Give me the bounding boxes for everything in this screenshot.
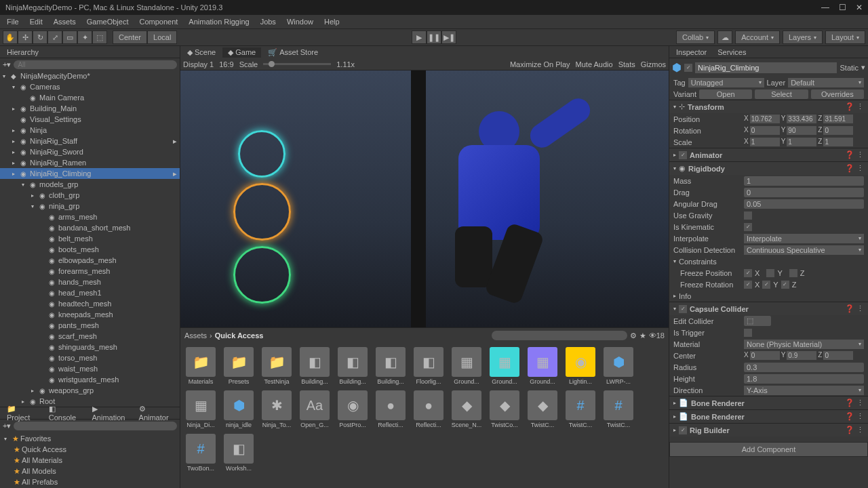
active-checkbox[interactable]: ✓ bbox=[684, 64, 692, 72]
menu-component[interactable]: Component bbox=[135, 16, 182, 27]
asset-item[interactable]: ◉PostPro... bbox=[336, 390, 369, 428]
project-search[interactable] bbox=[14, 422, 177, 430]
gravity-checkbox[interactable] bbox=[744, 211, 752, 220]
inspector-tab[interactable]: Inspector bbox=[672, 47, 711, 57]
hierarchy-item[interactable]: ◉elbowpads_mesh bbox=[0, 255, 180, 266]
hierarchy-item[interactable]: ◉Main Camera bbox=[0, 92, 180, 103]
asset-item[interactable]: ▦Ground... bbox=[526, 347, 559, 385]
asset-item[interactable]: ◆TwistCo... bbox=[488, 390, 521, 428]
transform-tool[interactable]: ✦ bbox=[77, 30, 92, 44]
asset-item[interactable]: ⬢LWRP-... bbox=[602, 347, 635, 385]
pivot-center[interactable]: Center bbox=[113, 30, 147, 44]
kinematic-checkbox[interactable]: ✓ bbox=[744, 223, 752, 231]
account-dropdown[interactable]: Account bbox=[735, 30, 780, 44]
create-dropdown[interactable]: +▾ bbox=[3, 60, 11, 69]
hierarchy-item[interactable]: ◉Visual_Settings bbox=[0, 114, 180, 125]
asset-item[interactable]: ▦Ground... bbox=[488, 347, 521, 385]
hierarchy-item[interactable]: ◉head_mesh1 bbox=[0, 287, 180, 298]
asset-item[interactable]: ◧Building... bbox=[374, 347, 407, 385]
project-item[interactable]: ★ Quick Access bbox=[1, 444, 178, 455]
asset-item[interactable]: ●Reflecti... bbox=[374, 390, 407, 428]
menu-help[interactable]: Help bbox=[320, 16, 344, 27]
hierarchy-item[interactable]: ▾◆NinjaMegacityDemo* bbox=[0, 70, 180, 81]
move-tool[interactable]: ✢ bbox=[18, 30, 33, 44]
pos-z[interactable] bbox=[823, 115, 853, 123]
menu-file[interactable]: File bbox=[3, 16, 23, 27]
add-component-button[interactable]: Add Component bbox=[669, 442, 868, 457]
asset-item[interactable]: #TwoBon... bbox=[184, 434, 217, 472]
asset-item[interactable]: 📁Presets bbox=[222, 347, 255, 385]
edit-collider-button[interactable]: ⬚ bbox=[744, 316, 771, 326]
hierarchy-item[interactable]: ▾◉ninja_grp bbox=[0, 201, 180, 211]
pause-button[interactable]: ❚❚ bbox=[427, 30, 441, 44]
menu-jobs[interactable]: Jobs bbox=[256, 16, 280, 27]
collab-dropdown[interactable]: Collab bbox=[676, 30, 715, 44]
custom-tool[interactable]: ⬚ bbox=[92, 30, 107, 44]
hierarchy-item[interactable]: ◉pants_mesh bbox=[0, 320, 180, 331]
aspect-dropdown[interactable]: 16:9 bbox=[219, 60, 233, 68]
project-item[interactable]: ★ All Prefabs bbox=[1, 476, 178, 487]
menu-gameobject[interactable]: GameObject bbox=[83, 16, 133, 27]
step-button[interactable]: ▶❚ bbox=[441, 30, 456, 44]
scene-tab[interactable]: ◆ Scene bbox=[182, 47, 221, 58]
asset-item[interactable]: ◉Lightin... bbox=[564, 347, 597, 385]
star-icon[interactable]: ★ bbox=[639, 331, 646, 340]
layout-dropdown[interactable]: Layout bbox=[825, 30, 865, 44]
overrides-dropdown[interactable]: Overrides bbox=[811, 89, 864, 99]
layers-dropdown[interactable]: Layers bbox=[783, 30, 823, 44]
collision-dropdown[interactable]: Continuous Speculative bbox=[744, 245, 864, 255]
hierarchy-item[interactable]: ▸◉NinjaRig_Climbing▸ bbox=[0, 168, 180, 179]
hierarchy-item[interactable]: ◉wristguards_mesh bbox=[0, 374, 180, 385]
layer-dropdown[interactable]: Default bbox=[788, 78, 864, 87]
maximize-icon[interactable]: ☐ bbox=[839, 3, 846, 12]
maximize-toggle[interactable]: Maximize On Play bbox=[510, 60, 570, 68]
hierarchy-item[interactable]: ◉kneepads_mesh bbox=[0, 309, 180, 320]
hierarchy-search[interactable] bbox=[14, 60, 177, 69]
asset-item[interactable]: ▦Ninja_Di... bbox=[184, 390, 217, 428]
hierarchy-item[interactable]: ▸◉weapons_grp bbox=[0, 385, 180, 396]
static-dropdown[interactable]: Static bbox=[840, 64, 859, 72]
display-dropdown[interactable]: Display 1 bbox=[183, 60, 214, 68]
hierarchy-item[interactable]: ◉hands_mesh bbox=[0, 277, 180, 287]
asset-item[interactable]: #TwistC... bbox=[602, 390, 635, 428]
asset-search[interactable] bbox=[492, 331, 627, 340]
menu-window[interactable]: Window bbox=[283, 16, 317, 27]
menu-edit[interactable]: Edit bbox=[26, 16, 47, 27]
hierarchy-item[interactable]: ◉headtech_mesh bbox=[0, 298, 180, 309]
hierarchy-item[interactable]: ◉belt_mesh bbox=[0, 233, 180, 244]
asset-item[interactable]: ◆TwistC... bbox=[526, 390, 559, 428]
asset-item[interactable]: AaOpen_G... bbox=[298, 390, 331, 428]
filter-icon[interactable]: ⚙ bbox=[630, 331, 637, 340]
menu-animation rigging[interactable]: Animation Rigging bbox=[184, 16, 253, 27]
asset-item[interactable]: ◧Building... bbox=[336, 347, 369, 385]
open-button[interactable]: Open bbox=[699, 89, 752, 99]
asset-item[interactable]: ✱Ninja_To... bbox=[260, 390, 293, 428]
hierarchy-item[interactable]: ▸◉Ninja bbox=[0, 125, 180, 136]
hierarchy-item[interactable]: ▸◉NinjaRig_Sword bbox=[0, 146, 180, 157]
create-dropdown[interactable]: +▾ bbox=[3, 422, 11, 430]
asset-item[interactable]: ◆Scene_N... bbox=[450, 390, 483, 428]
asset-item[interactable]: ⬢ninja_idle bbox=[222, 390, 255, 428]
hierarchy-item[interactable]: ◉bandana_short_mesh bbox=[0, 222, 180, 233]
hierarchy-item[interactable]: ▸◉NinjaRig_Ramen bbox=[0, 157, 180, 168]
asset-item[interactable]: ●Reflecti... bbox=[412, 390, 445, 428]
pos-y[interactable] bbox=[787, 115, 816, 123]
object-name[interactable] bbox=[695, 62, 837, 73]
mute-toggle[interactable]: Mute Audio bbox=[576, 60, 613, 68]
close-icon[interactable]: ✕ bbox=[856, 3, 863, 12]
breadcrumb-root[interactable]: Assets bbox=[184, 331, 207, 340]
asset-item[interactable]: #TwistC... bbox=[564, 390, 597, 428]
game-tab[interactable]: ◆ Game bbox=[222, 47, 261, 58]
hierarchy-item[interactable]: ◉forearms_mesh bbox=[0, 266, 180, 277]
pos-x[interactable] bbox=[750, 115, 780, 123]
gizmos-dropdown[interactable]: Gizmos bbox=[641, 60, 666, 68]
hidden-icon[interactable]: 👁18 bbox=[649, 331, 665, 340]
hierarchy-item[interactable]: ◉waist_mesh bbox=[0, 363, 180, 374]
pivot-local[interactable]: Local bbox=[147, 30, 177, 44]
asset-item[interactable]: ◧Floorlig... bbox=[412, 347, 445, 385]
hierarchy-tab[interactable]: Hierarchy bbox=[3, 47, 43, 57]
hand-tool[interactable]: ✋ bbox=[3, 30, 18, 44]
hierarchy-item[interactable]: ▸◉cloth_grp bbox=[0, 190, 180, 201]
asset-item[interactable]: ◧Worksh... bbox=[222, 434, 255, 472]
rect-tool[interactable]: ▭ bbox=[62, 30, 77, 44]
